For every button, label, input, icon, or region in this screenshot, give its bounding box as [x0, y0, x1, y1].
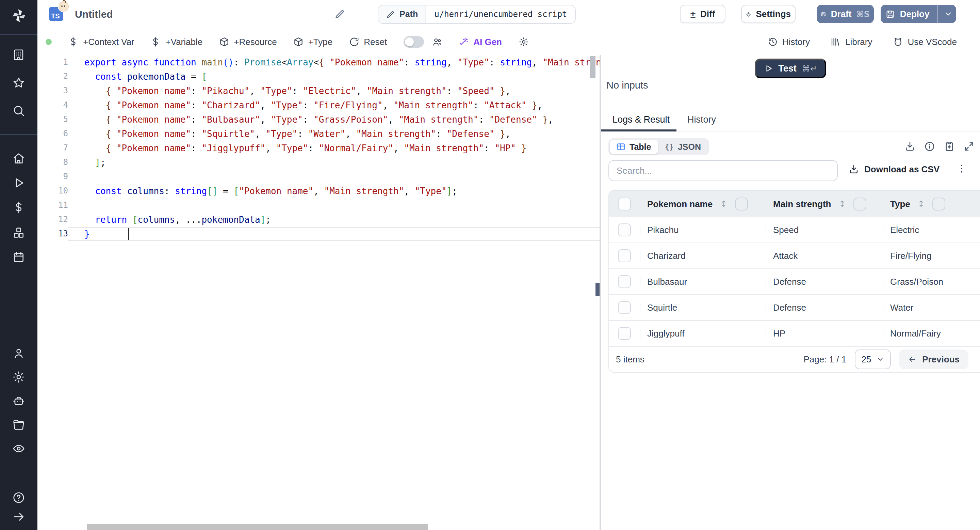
sidebar-item-dollar-icon[interactable] — [0, 196, 37, 220]
add-variable-button[interactable]: +Variable — [151, 37, 203, 47]
edit-summary-pencil-icon[interactable] — [334, 9, 345, 20]
column-filter-toggle[interactable] — [853, 197, 866, 210]
code-line: 12 return [columns, ...pokemonData]; — [37, 212, 600, 227]
code-line: 4 { "Pokemon name": "Charizard", "Type":… — [37, 98, 600, 112]
code-line: 11 — [37, 198, 600, 212]
column-header: Type — [883, 197, 980, 210]
column-filter-toggle[interactable] — [735, 197, 748, 210]
cat-icon — [892, 37, 903, 47]
download-icon[interactable] — [904, 141, 915, 152]
download-icon — [849, 164, 859, 174]
deploy-split-divider — [937, 5, 937, 23]
sidebar-item-boxes-icon[interactable] — [0, 220, 37, 245]
code-line: 7 { "Pokemon name": "Jigglypuff", "Type"… — [37, 141, 600, 155]
windmill-logo[interactable] — [0, 5, 37, 26]
diff-icon: ± — [690, 8, 695, 19]
sidebar-item-search-icon[interactable] — [0, 97, 37, 125]
wand-icon — [458, 37, 469, 47]
copy-to-clipboard-icon[interactable] — [944, 141, 955, 152]
download-as-csv-button[interactable]: Download as CSV — [849, 164, 940, 174]
editor-settings-gear-icon[interactable] — [518, 37, 528, 47]
table-menu-kebab-icon[interactable]: ⋮ — [957, 163, 966, 176]
table-cell: Defense — [765, 302, 883, 313]
sort-icon[interactable] — [917, 199, 926, 208]
code-line: 13} — [37, 227, 600, 241]
tab-history[interactable]: History — [687, 115, 716, 125]
add-type-button[interactable]: +Type — [293, 37, 333, 47]
code-line: 5 { "Pokemon name": "Bulbasaur", "Type":… — [37, 112, 600, 127]
add-context-var-button[interactable]: +Context Var — [68, 37, 134, 47]
expand-icon[interactable] — [964, 141, 975, 152]
sort-icon[interactable] — [719, 199, 728, 208]
collaborators-icon[interactable] — [432, 37, 442, 47]
view-json-button[interactable]: {} JSON — [658, 140, 708, 154]
code-line: 2 const pokemonData = [ — [37, 69, 600, 84]
column-filter-toggle[interactable] — [933, 197, 946, 210]
sidebar-item-play-icon[interactable] — [0, 171, 37, 196]
line-number: 4 — [37, 98, 68, 112]
items-count: 5 items — [616, 354, 644, 364]
sidebar-item-arrow-right-icon[interactable] — [0, 507, 37, 526]
row-checkbox[interactable] — [618, 275, 631, 288]
sidebar-divider — [0, 34, 37, 35]
table-cell: Normal/Fairy — [883, 328, 980, 338]
sidebar-item-building-icon[interactable] — [0, 41, 37, 69]
draft-button[interactable]: Draft ⌘S — [817, 5, 874, 23]
search-input[interactable] — [608, 160, 838, 181]
sidebar-item-home-icon[interactable] — [0, 146, 37, 171]
code-line: 10 const columns: string[] = ["Pokemon n… — [37, 184, 600, 198]
history-icon — [767, 37, 778, 47]
reset-button[interactable]: Reset — [349, 37, 387, 47]
sidebar-item-calendar-icon[interactable] — [0, 245, 37, 270]
sidebar-item-help-icon[interactable] — [0, 488, 37, 507]
sort-icon[interactable] — [838, 199, 846, 208]
table-footer: 5 items Page: 1 / 1 25 Previous — [609, 346, 980, 372]
result-view-switcher: Table {} JSON — [608, 138, 709, 155]
use-vscode-button[interactable]: Use VScode — [892, 37, 957, 47]
history-button[interactable]: History — [767, 37, 810, 47]
row-checkbox[interactable] — [618, 301, 631, 314]
editor-vertical-scrollbar[interactable] — [590, 56, 595, 78]
select-all-checkbox[interactable] — [618, 197, 631, 210]
sidebar-item-star-icon[interactable] — [0, 69, 37, 97]
line-number: 1 — [37, 55, 68, 69]
sidebar-item-bot-icon[interactable] — [0, 389, 37, 413]
sidebar-item-eye-icon[interactable] — [0, 437, 37, 461]
ai-gen-button[interactable]: AI Gen — [458, 37, 502, 47]
settings-button[interactable]: Settings — [741, 5, 795, 23]
table-row: BulbasaurDefenseGrass/Poison — [609, 268, 980, 294]
line-number: 5 — [37, 112, 68, 127]
library-button[interactable]: Library — [830, 37, 872, 47]
status-dot — [46, 38, 52, 45]
table-header: Pokemon nameMain strengthType — [609, 191, 980, 217]
draft-shortcut: ⌘S — [856, 9, 870, 19]
row-checkbox[interactable] — [618, 327, 631, 340]
no-inputs-label: No inputs — [606, 80, 648, 91]
sidebar-item-folder-icon[interactable] — [0, 413, 37, 437]
tab-logs-result[interactable]: Logs & Result — [612, 115, 670, 125]
result-tabs: Logs & Result History — [601, 110, 980, 131]
sidebar-item-user-icon[interactable] — [0, 341, 37, 365]
chevron-down-icon[interactable] — [943, 10, 953, 18]
page-size-select[interactable]: 25 — [854, 350, 891, 369]
previous-page-button[interactable]: Previous — [899, 350, 969, 369]
diff-button[interactable]: ± Diff — [680, 5, 725, 23]
pencil-icon — [386, 10, 395, 19]
info-icon[interactable] — [924, 141, 935, 152]
table-icon — [617, 142, 625, 151]
script-path-field[interactable]: Path u/henri/unencumbered_script — [378, 5, 576, 24]
row-checkbox[interactable] — [618, 223, 631, 236]
sidebar-divider — [0, 134, 37, 135]
editor-horizontal-scrollbar[interactable] — [87, 524, 428, 530]
sidebar-item-settings-icon[interactable] — [0, 365, 37, 389]
multiplayer-toggle[interactable] — [403, 36, 424, 47]
view-table-button[interactable]: Table — [610, 140, 658, 154]
deploy-button[interactable]: Deploy — [881, 5, 956, 23]
table-cell: Jigglypuff — [640, 328, 765, 338]
table-cell: Fire/Flying — [883, 251, 980, 261]
add-resource-button[interactable]: +Resource — [219, 37, 277, 47]
code-editor[interactable]: 1export async function main(): Promise<A… — [37, 55, 600, 530]
line-number: 7 — [37, 141, 68, 155]
test-button[interactable]: Test ⌘↵ — [755, 59, 826, 78]
row-checkbox[interactable] — [618, 249, 631, 262]
